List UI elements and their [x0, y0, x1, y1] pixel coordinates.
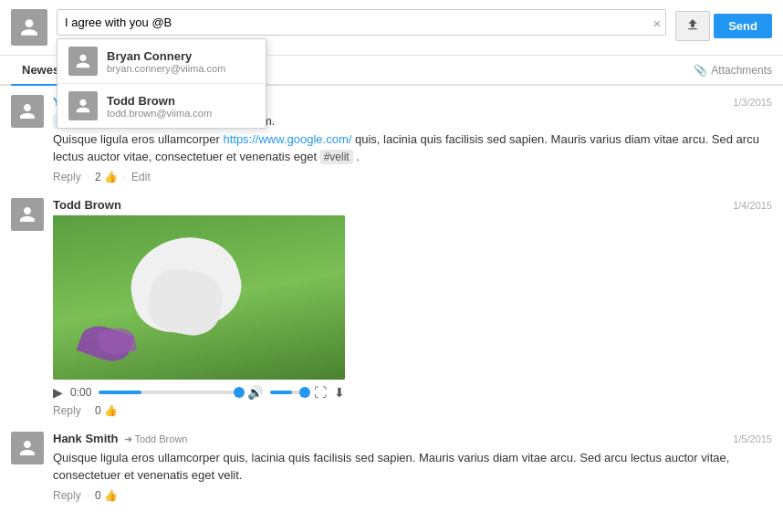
volume-dot [299, 387, 310, 398]
comment-body-hank: Hank Smith ➜ Todd Brown 1/5/2015 Quisque… [53, 432, 772, 502]
autocomplete-name-bryan: Bryan Connery [107, 49, 225, 63]
comment-footer-hank: Reply · 0 👍 [53, 489, 772, 502]
google-link[interactable]: https://www.google.com/ [223, 132, 351, 146]
attachments-tab[interactable]: 📎 Attachments [694, 64, 772, 77]
comment-date-hank: 1/5/2015 [733, 433, 772, 444]
comment-todd: Todd Brown 1/4/2015 ▶ 0:00 🔊 [11, 198, 772, 417]
autocomplete-info-todd: Todd Brown todd.brown@viima.com [107, 94, 212, 119]
like-count-todd: 0 👍 [95, 404, 118, 417]
avatar-you [11, 95, 44, 128]
compose-input[interactable] [57, 9, 666, 36]
video-thumbnail [53, 215, 345, 380]
clear-icon[interactable]: × [652, 16, 661, 29]
video-controls: ▶ 0:00 🔊 ⛶ ⬇ [53, 385, 345, 400]
video-progress-dot [234, 387, 245, 398]
comment-date-todd: 1/4/2015 [733, 200, 772, 211]
autocomplete-item-bryan[interactable]: Bryan Connery bryan.connery@viima.com [57, 39, 266, 83]
reply-button-todd[interactable]: Reply [53, 404, 81, 417]
upload-button[interactable] [675, 11, 710, 41]
autocomplete-item-todd[interactable]: Todd Brown todd.brown@viima.com [57, 83, 266, 128]
reply-button-hank[interactable]: Reply [53, 489, 81, 502]
thumbup-icon-you[interactable]: 👍 [104, 171, 118, 183]
comment-header-todd: Todd Brown 1/4/2015 [53, 198, 772, 212]
volume-bar[interactable] [270, 391, 307, 394]
edit-button-you[interactable]: Edit [131, 171, 151, 183]
comment-author-hank: Hank Smith [53, 432, 119, 445]
comment-footer-todd: Reply · 0 👍 [53, 404, 772, 417]
avatar-hank [11, 432, 44, 464]
reply-button-you[interactable]: Reply [53, 171, 81, 183]
autocomplete-name-todd: Todd Brown [107, 94, 212, 108]
volume-icon[interactable]: 🔊 [247, 385, 263, 400]
comments-area: You 1/3/2015 @Hank Smith sed posuere int… [0, 86, 783, 526]
autocomplete-email-todd: todd.brown@viima.com [107, 108, 212, 119]
compose-input-wrap: × Bryan Connery bryan.connery@viima.com … [57, 9, 666, 36]
play-button[interactable]: ▶ [53, 385, 63, 400]
autocomplete-avatar-bryan [68, 47, 98, 76]
compose-actions: Send [675, 11, 772, 41]
compose-area: × Bryan Connery bryan.connery@viima.com … [0, 0, 783, 56]
comment-date-you: 1/3/2015 [733, 97, 772, 108]
paperclip-icon: 📎 [694, 64, 707, 77]
autocomplete-dropdown: Bryan Connery bryan.connery@viima.com To… [57, 38, 266, 129]
autocomplete-info-bryan: Bryan Connery bryan.connery@viima.com [107, 49, 225, 74]
comment-reply-to-hank: ➜ Todd Brown [124, 433, 188, 445]
comment-footer-you: Reply · 2 👍 · Edit [53, 171, 772, 183]
attachments-label: Attachments [711, 64, 772, 77]
hashtag-velit: #velit [320, 150, 353, 164]
video-progress-bar[interactable] [99, 391, 240, 394]
comment-header-hank: Hank Smith ➜ Todd Brown 1/5/2015 [53, 432, 772, 445]
volume-fill [270, 391, 292, 394]
comment-hank: Hank Smith ➜ Todd Brown 1/5/2015 Quisque… [11, 432, 772, 502]
comment-text-hank: Quisque ligula eros ullamcorper quis, la… [53, 449, 772, 485]
autocomplete-email-bryan: bryan.connery@viima.com [107, 63, 225, 74]
comment-author-todd: Todd Brown [53, 198, 121, 212]
video-time: 0:00 [70, 386, 91, 399]
avatar-todd [11, 198, 44, 231]
thumbup-icon-todd[interactable]: 👍 [104, 404, 118, 417]
like-count-you: 2 👍 [95, 171, 118, 183]
expand-button[interactable]: ⛶ [314, 385, 327, 400]
send-button[interactable]: Send [714, 14, 772, 38]
thumbup-icon-hank[interactable]: 👍 [104, 489, 118, 502]
comment-body-todd: Todd Brown 1/4/2015 ▶ 0:00 🔊 [53, 198, 772, 417]
download-button[interactable]: ⬇ [334, 385, 345, 400]
autocomplete-avatar-todd [68, 91, 98, 120]
like-count-hank: 0 👍 [95, 489, 118, 502]
video-progress-fill [99, 391, 141, 394]
compose-avatar [11, 9, 47, 46]
